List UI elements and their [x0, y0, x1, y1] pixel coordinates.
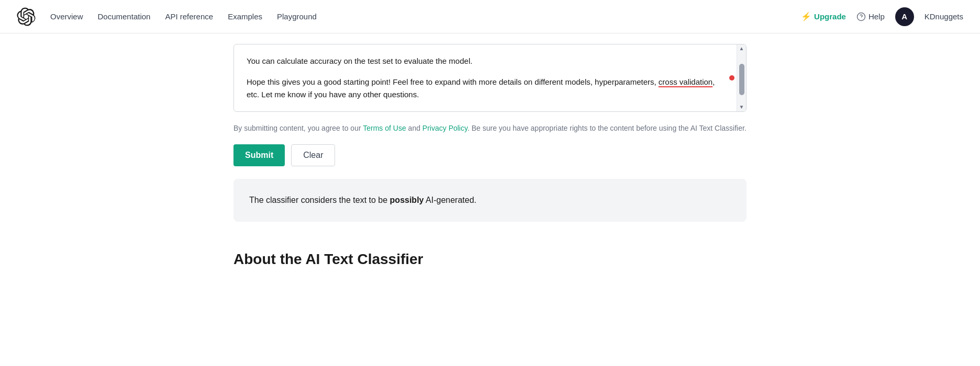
- lightning-icon: ⚡: [801, 12, 811, 21]
- nav-playground[interactable]: Playground: [277, 10, 317, 23]
- result-text-after: AI-generated.: [424, 196, 476, 204]
- text-input-wrapper: You can calculate accuracy on the test s…: [233, 44, 747, 112]
- username: KDnuggets: [925, 12, 963, 21]
- nav-overview[interactable]: Overview: [50, 10, 83, 23]
- disclaimer-text: By submitting content, you agree to our …: [233, 122, 747, 134]
- help-circle-icon: [856, 12, 866, 21]
- result-text-before: The classifier considers the text to be: [249, 196, 390, 204]
- upgrade-button[interactable]: ⚡ Upgrade: [801, 12, 846, 21]
- scrollbar[interactable]: ▲ ▼: [737, 44, 746, 111]
- result-bold-word: possibly: [390, 196, 424, 204]
- cross-validation-text: cross validation: [659, 77, 712, 86]
- nav-api-reference[interactable]: API reference: [165, 10, 213, 23]
- upgrade-label: Upgrade: [814, 12, 846, 21]
- privacy-policy-link[interactable]: Privacy Policy: [422, 124, 467, 132]
- navbar: Overview Documentation API reference Exa…: [0, 0, 980, 33]
- nav-links: Overview Documentation API reference Exa…: [50, 10, 801, 23]
- avatar: A: [895, 7, 914, 26]
- submit-button[interactable]: Submit: [233, 144, 285, 166]
- text-paragraph-2: Hope this gives you a good starting poin…: [247, 76, 720, 101]
- section-heading: About the AI Text Classifier: [233, 251, 747, 268]
- clear-button[interactable]: Clear: [291, 144, 335, 166]
- text-input-area[interactable]: You can calculate accuracy on the test s…: [234, 44, 746, 111]
- text-paragraph-1: You can calculate accuracy on the test s…: [247, 55, 720, 67]
- scrollbar-thumb-area: [739, 53, 744, 102]
- red-dot-indicator: [729, 75, 734, 81]
- scroll-down-arrow[interactable]: ▼: [739, 105, 744, 110]
- nav-documentation[interactable]: Documentation: [98, 10, 151, 23]
- main-content: You can calculate accuracy on the test s…: [213, 44, 767, 299]
- nav-examples[interactable]: Examples: [228, 10, 262, 23]
- openai-logo[interactable]: [17, 7, 36, 26]
- nav-right: ⚡ Upgrade Help A KDnuggets: [801, 7, 963, 26]
- help-button[interactable]: Help: [856, 12, 885, 21]
- terms-of-use-link[interactable]: Terms of Use: [363, 124, 406, 132]
- scrollbar-thumb: [739, 64, 744, 95]
- help-label: Help: [868, 12, 885, 21]
- button-row: Submit Clear: [233, 144, 747, 166]
- scroll-up-arrow[interactable]: ▲: [739, 46, 744, 51]
- result-box: The classifier considers the text to be …: [233, 179, 747, 222]
